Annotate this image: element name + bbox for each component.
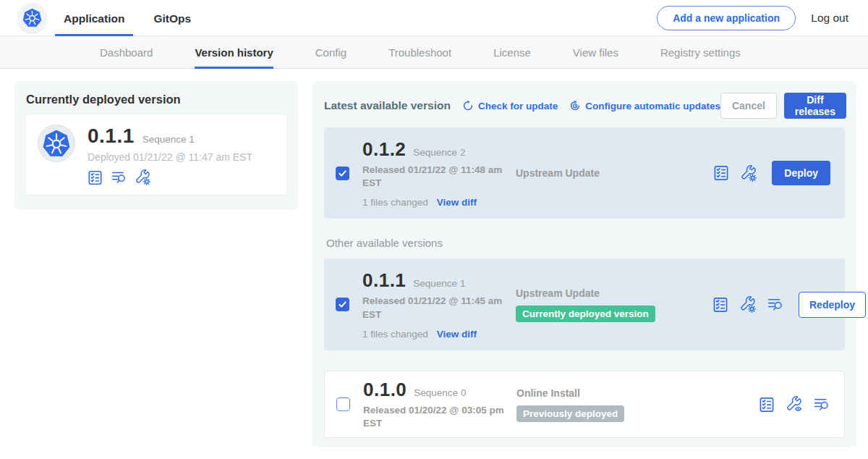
app-icon-badge [38, 125, 75, 162]
version-source: Upstream Update [516, 167, 712, 179]
released-timestamp: Released 01/20/22 @ 03:05 pm EST [363, 404, 505, 430]
tab-gitops[interactable]: GitOps [145, 0, 200, 36]
checklist-icon[interactable] [713, 165, 729, 181]
subnav-tab-dashboard[interactable]: Dashboard [100, 36, 153, 69]
available-panel-title: Latest available version [324, 99, 451, 112]
kubernetes-logo-icon [41, 128, 72, 159]
subnav-tab-license[interactable]: License [493, 36, 531, 69]
version-actions: Redeploy [712, 292, 866, 318]
header-tabs: Application GitOps [55, 0, 200, 36]
main-content: Currently deployed version 0.1.1 Sequenc… [0, 69, 868, 459]
files-changed-label: 1 files changed [362, 197, 428, 208]
lines-magnifier-icon[interactable] [813, 396, 830, 413]
version-checkbox[interactable] [336, 397, 350, 411]
view-diff-link[interactable]: View diff [437, 197, 477, 208]
app-subnav: Dashboard Version history Config Trouble… [0, 36, 868, 69]
checklist-icon[interactable] [88, 170, 103, 185]
version-sequence: Sequence 2 [413, 147, 465, 158]
released-timestamp: Released 01/21/22 @ 11:48 am EST [362, 164, 504, 190]
available-panel-header: Latest available version Check for updat… [324, 93, 845, 119]
deploy-button[interactable]: Deploy [772, 161, 830, 185]
logout-button[interactable]: Log out [811, 0, 848, 36]
cancel-button[interactable]: Cancel [720, 93, 777, 119]
deployed-action-icons [88, 169, 252, 185]
configure-automatic-updates-link[interactable]: Configure automatic updates [569, 100, 720, 111]
deployed-timestamp: Deployed 01/21/22 @ 11:47 am EST [88, 151, 252, 163]
lines-magnifier-icon[interactable] [111, 169, 127, 185]
version-info: 0.1.2 Sequence 2 Released 01/21/22 @ 11:… [362, 138, 516, 208]
subnav-tab-registry-settings[interactable]: Registry settings [660, 36, 741, 69]
checklist-icon[interactable] [712, 297, 728, 313]
add-application-button[interactable]: Add a new application [657, 6, 796, 30]
checklist-icon[interactable] [759, 397, 775, 413]
deployed-version-info: 0.1.1 Sequence 1 Deployed 01/21/22 @ 11:… [88, 125, 252, 185]
other-versions-title: Other available versions [326, 237, 845, 249]
check-for-update-label: Check for update [478, 101, 558, 111]
wrench-eye-icon[interactable] [786, 396, 802, 413]
currently-deployed-badge: Currently deployed version [516, 306, 655, 322]
version-sequence: Sequence 1 [413, 278, 465, 289]
version-number: 0.1.2 [362, 138, 406, 161]
subnav-tab-troubleshoot[interactable]: Troubleshoot [388, 36, 451, 69]
tab-application[interactable]: Application [55, 0, 133, 36]
diff-releases-button[interactable]: Diff releases [784, 93, 846, 119]
deployed-version-number: 0.1.1 [88, 125, 135, 148]
previously-deployed-badge: Previously deployed [516, 405, 624, 422]
check-icon [337, 299, 348, 310]
refresh-icon [462, 100, 474, 111]
kubernetes-logo-icon [22, 7, 43, 28]
version-checkbox[interactable] [336, 167, 349, 180]
version-actions: Deploy [713, 161, 830, 185]
check-icon [337, 168, 348, 179]
currently-deployed-panel: Currently deployed version 0.1.1 Sequenc… [14, 81, 298, 209]
version-info: 0.1.1 Sequence 1 Released 01/21/22 @ 11:… [362, 269, 516, 339]
version-source: Upstream Update Currently deployed versi… [516, 287, 712, 322]
subnav-tab-view-files[interactable]: View files [573, 36, 618, 69]
subnav-tab-version-history[interactable]: Version history [195, 36, 273, 69]
app-logo [17, 3, 47, 33]
view-diff-link[interactable]: View diff [437, 329, 477, 340]
version-source-label: Upstream Update [516, 287, 712, 299]
version-sequence: Sequence 0 [414, 387, 466, 398]
version-number: 0.1.1 [362, 269, 406, 292]
version-source: Online Install Previously deployed [516, 387, 713, 422]
version-row-0-1-1: 0.1.1 Sequence 1 Released 01/21/22 @ 11:… [324, 258, 845, 350]
check-for-update-link[interactable]: Check for update [462, 100, 558, 111]
deployed-version-sequence: Sequence 1 [142, 134, 195, 145]
wrench-gear-icon[interactable] [740, 165, 757, 182]
configure-automatic-updates-label: Configure automatic updates [585, 101, 720, 111]
version-source-label: Upstream Update [516, 167, 712, 179]
subnav-tab-config[interactable]: Config [315, 36, 346, 69]
files-changed-label: 1 files changed [362, 329, 428, 340]
version-info: 0.1.0 Sequence 0 Released 01/20/22 @ 03:… [363, 379, 516, 430]
available-versions-panel: Latest available version Check for updat… [312, 81, 856, 447]
wrench-gear-icon[interactable] [739, 296, 756, 313]
released-timestamp: Released 01/21/22 @ 11:45 am EST [362, 295, 504, 321]
version-checkbox[interactable] [336, 298, 349, 311]
version-row-0-1-0: 0.1.0 Sequence 0 Released 01/20/22 @ 03:… [324, 371, 845, 438]
version-actions [759, 396, 830, 413]
lines-magnifier-icon[interactable] [767, 296, 783, 313]
redeploy-button[interactable]: Redeploy [799, 292, 866, 318]
deployed-version-card: 0.1.1 Sequence 1 Deployed 01/21/22 @ 11:… [26, 115, 286, 195]
wrench-gear-icon[interactable] [135, 169, 150, 185]
clock-refresh-icon [569, 100, 581, 111]
version-source-label: Online Install [516, 387, 713, 399]
app-header: Application GitOps Add a new application… [0, 0, 868, 36]
deployed-panel-title: Currently deployed version [14, 81, 298, 115]
version-row-0-1-2: 0.1.2 Sequence 2 Released 01/21/22 @ 11:… [324, 127, 845, 219]
version-number: 0.1.0 [363, 379, 407, 401]
